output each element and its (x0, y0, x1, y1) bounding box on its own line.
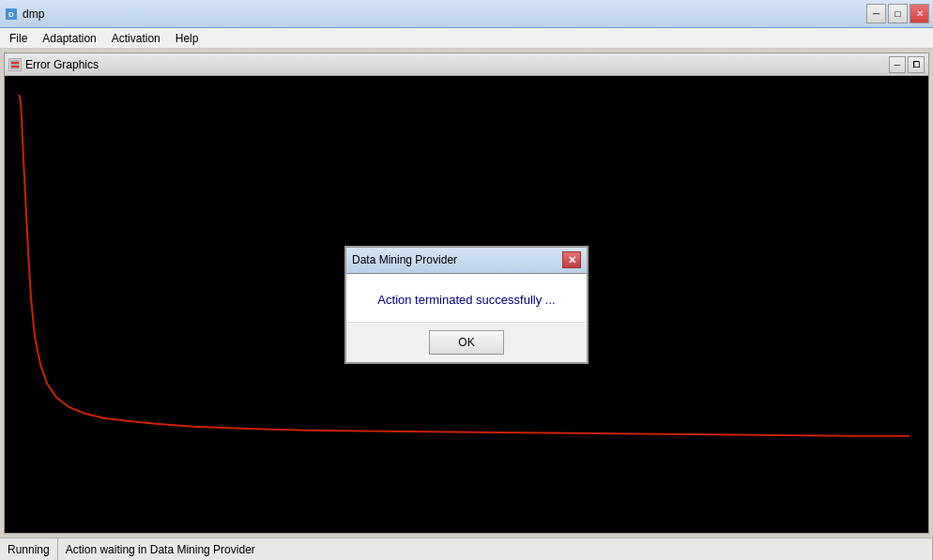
title-bar: D dmp ─ □ ✕ (0, 0, 933, 28)
dialog-overlay: Data Mining Provider ✕ Action terminated… (5, 76, 928, 533)
sub-window-icon (8, 58, 22, 71)
sub-window-title: Error Graphics (25, 58, 889, 71)
dialog-body: Action terminated successfully ... (346, 274, 587, 322)
menu-bar: File Adaptation Activation Help (0, 28, 933, 49)
dialog-footer: OK (346, 322, 587, 362)
window-title: dmp (23, 8, 866, 21)
close-button[interactable]: ✕ (910, 4, 929, 23)
dialog-close-button[interactable]: ✕ (562, 251, 581, 268)
menu-help[interactable]: Help (168, 30, 206, 47)
ok-button[interactable]: OK (429, 330, 504, 355)
menu-adaptation[interactable]: Adaptation (35, 30, 103, 47)
sub-minimize-button[interactable]: ─ (889, 56, 906, 73)
menu-activation[interactable]: Activation (104, 30, 168, 47)
sub-window: Error Graphics ─ ⧠ Da (4, 53, 929, 534)
menu-file[interactable]: File (2, 30, 35, 47)
minimize-button[interactable]: ─ (866, 4, 886, 23)
svg-text:D: D (8, 10, 14, 19)
app-icon: D (4, 7, 19, 22)
sub-window-controls: ─ ⧠ (889, 56, 925, 73)
status-action: Action waiting in Data Mining Provider (58, 538, 933, 560)
restore-button[interactable]: □ (888, 4, 908, 23)
dialog-title: Data Mining Provider (352, 253, 562, 266)
chart-area: Data Mining Provider ✕ Action terminated… (5, 76, 928, 533)
status-running: Running (0, 538, 58, 560)
sub-restore-button[interactable]: ⧠ (908, 56, 925, 73)
dialog-title-bar: Data Mining Provider ✕ (346, 248, 587, 274)
status-bar: Running Action waiting in Data Mining Pr… (0, 537, 933, 560)
content-area: Error Graphics ─ ⧠ Da (0, 49, 933, 537)
dialog-message: Action terminated successfully ... (361, 293, 572, 307)
dialog: Data Mining Provider ✕ Action terminated… (344, 246, 589, 364)
window-controls: ─ □ ✕ (866, 4, 929, 23)
svg-rect-2 (10, 60, 20, 69)
sub-title-bar: Error Graphics ─ ⧠ (5, 53, 928, 76)
main-window: D dmp ─ □ ✕ File Adaptation Activation H… (0, 0, 933, 560)
